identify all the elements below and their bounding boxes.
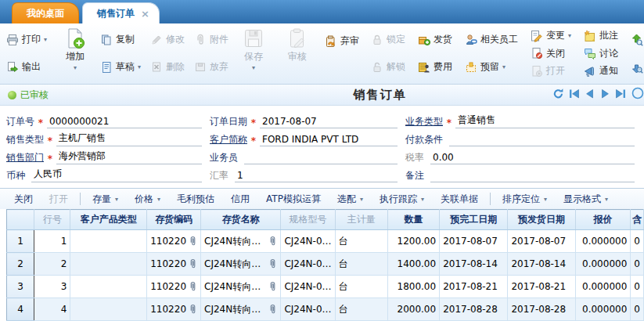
cell-main_unit[interactable]: 台	[335, 230, 387, 253]
stock-button[interactable]: 存量▾	[88, 191, 123, 207]
field-value[interactable]: 0000000021	[47, 116, 202, 128]
field-value[interactable]	[430, 171, 635, 182]
ship-button[interactable]: 发货	[414, 31, 456, 48]
refresh-button[interactable]	[552, 88, 564, 102]
nav-last-button[interactable]	[615, 88, 627, 102]
field-label[interactable]: 客户简称	[210, 133, 247, 146]
cell-item_name[interactable]: CJ24N转向…	[201, 276, 281, 298]
header-tax_price[interactable]: 含	[631, 210, 644, 230]
field-value[interactable]: FORD INDIA PVT LTD	[260, 134, 398, 146]
add-button[interactable]: 增加▾	[55, 24, 95, 71]
tab-my-desktop[interactable]: 我的桌面	[12, 2, 79, 23]
cell-est_ship_date[interactable]: 2017-08-14	[508, 253, 575, 276]
cell-tax_price[interactable]: 0	[631, 230, 644, 253]
cell-quote[interactable]: 0.000000	[575, 298, 631, 321]
field-value[interactable]: 主机厂销售	[56, 132, 202, 146]
field-value[interactable]: 海外营销部	[56, 150, 202, 164]
related-docs-button[interactable]: 关联单据	[436, 191, 483, 207]
cell-main_unit[interactable]: 台	[335, 253, 387, 276]
cell-line_no[interactable]: 3	[34, 276, 70, 298]
cell-item_code[interactable]: 110220	[147, 298, 201, 321]
close-icon[interactable]: ×	[141, 8, 149, 20]
credit-button[interactable]: 信用	[226, 191, 254, 207]
field-label[interactable]: 销售部门	[6, 151, 44, 164]
cell-cust_product_type[interactable]	[70, 276, 147, 298]
row-selector[interactable]: 1	[7, 230, 34, 253]
discuss-button[interactable]: 讨论	[580, 45, 622, 62]
reserve-button[interactable]: 预留▾	[461, 59, 522, 75]
cell-item_name[interactable]: CJ24N转向…	[201, 230, 281, 253]
field-value[interactable]: 1	[235, 170, 398, 182]
cell-main_unit[interactable]: 台	[335, 298, 387, 321]
field-value[interactable]	[449, 135, 635, 146]
sort-locate-button[interactable]: 排序定位▾	[498, 191, 552, 207]
cell-item_code[interactable]: 110220	[147, 276, 201, 298]
cell-quote[interactable]: 0.000000	[575, 253, 631, 276]
cell-spec_model[interactable]: CJ24N-0…	[281, 230, 335, 253]
field-value[interactable]: 0.00	[430, 152, 635, 164]
cell-line_no[interactable]: 4	[34, 298, 70, 321]
cell-spec_model[interactable]: CJ24N-0…	[281, 276, 335, 298]
header-line_no[interactable]: 行号	[34, 210, 70, 230]
header-sel[interactable]	[7, 210, 34, 230]
cell-qty[interactable]: 2000.00	[387, 298, 439, 321]
header-qty[interactable]: 数量	[387, 210, 439, 230]
header-est_ship_date[interactable]: 预发货日期	[508, 210, 575, 230]
price-button[interactable]: 价格▾	[130, 191, 165, 207]
field-value[interactable]: 2017-08-07	[260, 116, 398, 128]
query-up-button[interactable]: 上查▾	[627, 31, 644, 48]
cell-item_code[interactable]: 110220	[147, 253, 201, 276]
annotate-button[interactable]: 批注	[580, 27, 622, 44]
field-value[interactable]: 人民币	[31, 168, 202, 182]
cell-cust_product_type[interactable]	[70, 298, 147, 321]
expense-button[interactable]: 费用	[414, 59, 456, 75]
cell-est_finish_date[interactable]: 2017-08-21	[440, 276, 508, 298]
cell-tax_price[interactable]: 0	[631, 253, 644, 276]
header-cust_product_type[interactable]: 客户产品类型	[70, 210, 147, 230]
gross-profit-button[interactable]: 毛利预估	[172, 191, 219, 207]
header-spec_model[interactable]: 规格型号	[281, 210, 335, 230]
export-button[interactable]: 输出	[2, 59, 51, 75]
cell-quote[interactable]: 0.000000	[575, 230, 631, 253]
option-select-button[interactable]: 选配▾	[333, 191, 368, 207]
row-selector[interactable]: 3	[7, 276, 34, 298]
cell-est_ship_date[interactable]: 2017-08-21	[508, 276, 575, 298]
atp-simulation-button[interactable]: ATP模拟运算	[261, 191, 326, 207]
change-button[interactable]: 变更▾	[527, 27, 575, 44]
cell-qty[interactable]: 1800.00	[387, 276, 439, 298]
header-est_finish_date[interactable]: 预完工日期	[440, 210, 508, 230]
copy-button[interactable]: 复制	[96, 31, 145, 48]
row-selector[interactable]: 2	[7, 253, 34, 276]
cell-tax_price[interactable]: 0	[631, 298, 644, 321]
field-label[interactable]: 业务类型	[405, 115, 443, 128]
cell-est_finish_date[interactable]: 2017-08-14	[440, 253, 508, 276]
cell-est_finish_date[interactable]: 2017-08-28	[440, 298, 508, 321]
header-item_name[interactable]: 存货名称	[201, 210, 281, 230]
close-button[interactable]: 关闭	[527, 45, 575, 62]
cell-est_ship_date[interactable]: 2017-08-07	[508, 230, 575, 253]
cell-item_name[interactable]: CJ24N转向…	[201, 253, 281, 276]
print-button[interactable]: 打印▾	[2, 31, 51, 48]
cell-spec_model[interactable]: CJ24N-0…	[281, 298, 335, 321]
cell-est_ship_date[interactable]: 2017-08-28	[508, 298, 575, 321]
cell-line_no[interactable]: 2	[34, 253, 70, 276]
cell-spec_model[interactable]: CJ24N-0…	[281, 253, 335, 276]
nav-first-button[interactable]	[568, 88, 580, 102]
cell-main_unit[interactable]: 台	[335, 276, 387, 298]
unaudit-button[interactable]: 弃审	[321, 33, 363, 49]
draft-button[interactable]: 草稿▾	[96, 59, 145, 75]
cell-cust_product_type[interactable]	[70, 253, 147, 276]
notify-button[interactable]: 通知	[580, 63, 622, 79]
nav-prev-button[interactable]	[584, 88, 595, 102]
display-format-button[interactable]: 显示格式▾	[559, 191, 613, 207]
partial-circle-button[interactable]	[631, 87, 644, 103]
related-staff-button[interactable]: 相关员工	[461, 31, 522, 48]
detail-close-button[interactable]: 关闭	[9, 191, 38, 207]
cell-item_name[interactable]: CJ24N转向…	[201, 298, 281, 321]
row-selector[interactable]: 4	[7, 298, 34, 321]
query-down-button[interactable]: 下查▾	[627, 59, 644, 75]
cell-est_finish_date[interactable]: 2017-08-07	[440, 230, 508, 253]
cell-quote[interactable]: 0.000000	[575, 276, 631, 298]
field-value[interactable]: 普通销售	[455, 114, 635, 128]
cell-item_code[interactable]: 110220	[147, 230, 201, 253]
